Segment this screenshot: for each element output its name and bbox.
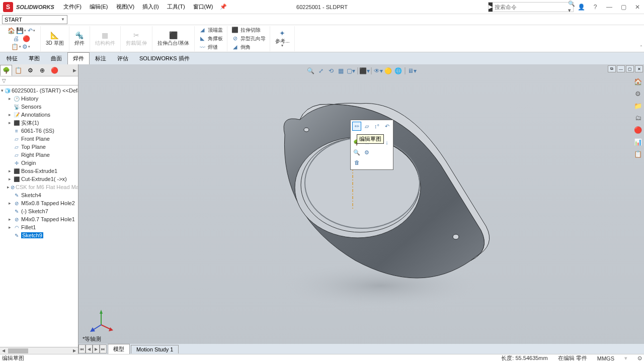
rail-properties-icon[interactable]: 📋 xyxy=(633,149,643,159)
appearance-icon[interactable]: 🟡 xyxy=(384,66,393,75)
menu-tools[interactable]: 工具(T) xyxy=(163,1,189,13)
ctx-undo-icon[interactable]: ↶ xyxy=(382,122,391,131)
vp-close-icon[interactable]: ✕ xyxy=(635,65,643,72)
tree-origin[interactable]: ✛Origin xyxy=(0,159,78,167)
view-orient-icon[interactable]: ▢▾ xyxy=(347,66,356,75)
scene-icon[interactable]: 🌐 xyxy=(394,66,403,75)
extcut-button[interactable]: ⬛拉伸切除 xyxy=(229,26,268,34)
fm-tab-dim[interactable]: ⊕ xyxy=(36,65,48,76)
chamfer-button[interactable]: ◢倒角 xyxy=(229,43,268,51)
weldment-button[interactable]: 🔩 焊件 xyxy=(71,30,88,47)
tree-horizontal-scrollbar[interactable]: ◀ ▶ xyxy=(0,347,78,354)
fm-filter-bar[interactable]: ▽ xyxy=(0,76,78,85)
fm-tab-config[interactable]: ⚙ xyxy=(24,65,36,76)
vp-maximize-icon[interactable]: ▢ xyxy=(626,65,634,72)
menu-edit[interactable]: 编辑(E) xyxy=(86,1,112,13)
section-icon[interactable]: ▦ xyxy=(337,66,346,75)
tree-csk[interactable]: ▸⊘CSK for M6 Flat Head Mac xyxy=(0,183,78,191)
rail-home-icon[interactable]: 🏠 xyxy=(633,76,643,86)
status-custom-icon[interactable]: ⊙ xyxy=(637,355,642,361)
scroll-left-icon[interactable]: ◀ xyxy=(0,348,7,353)
undo-icon[interactable]: ↶▾ xyxy=(27,27,35,35)
fm-tab-tree[interactable]: 🌳 xyxy=(0,65,12,76)
tree-boss-extrude1[interactable]: ▸⬛Boss-Extrude1 xyxy=(0,167,78,175)
print-icon[interactable]: 🖨 xyxy=(12,35,20,43)
tree-sketch4[interactable]: ✎Sketch4 xyxy=(0,191,78,199)
feature-tree[interactable]: ▾🧊60225001- (START) <<Default ▸🕐History … xyxy=(0,85,78,347)
vp-minimize-icon[interactable]: — xyxy=(617,65,625,72)
rail-resources-icon[interactable]: ⚙ xyxy=(633,88,643,99)
tab-evaluate[interactable]: 评估 xyxy=(112,52,134,64)
rebuild-icon[interactable]: 🔴 xyxy=(22,35,30,43)
menu-view[interactable]: 视图(V) xyxy=(112,1,139,13)
new-icon[interactable]: 🏠 xyxy=(7,27,15,35)
ctx-edit-sketch-icon[interactable]: ✏ xyxy=(352,122,361,131)
tree-top-plane[interactable]: ▱Top Plane xyxy=(0,143,78,151)
tree-m4-hole[interactable]: ▸⊘M4x0.7 Tapped Hole1 xyxy=(0,215,78,223)
tab-motion-study[interactable]: Motion Study 1 xyxy=(131,345,179,353)
bt-first-icon[interactable]: ⏮ xyxy=(78,344,86,353)
model-geometry[interactable] xyxy=(229,84,531,316)
tab-weldment[interactable]: 焊件 xyxy=(67,52,90,64)
menu-window[interactable]: 窗口(W) xyxy=(189,1,217,13)
tab-model[interactable]: 模型 xyxy=(108,344,130,354)
login-icon[interactable]: 👤 xyxy=(575,2,588,13)
status-units[interactable]: MMGS xyxy=(597,355,614,361)
scroll-right-icon[interactable]: ▶ xyxy=(71,348,78,353)
tree-root[interactable]: ▾🧊60225001- (START) <<Default xyxy=(0,86,78,95)
trim-button[interactable]: ✂ 剪裁/延伸 xyxy=(123,30,150,47)
fm-tab-prop[interactable]: 📋 xyxy=(12,65,24,76)
config-dropdown[interactable]: START ▼ xyxy=(2,15,67,24)
ctx-normal-to-icon[interactable]: ↕° xyxy=(372,122,381,131)
tree-solid[interactable]: ▸⬛实体(1) xyxy=(0,119,78,127)
tab-sketch[interactable]: 草图 xyxy=(23,52,45,64)
bt-prev-icon[interactable]: ◀ xyxy=(86,344,93,353)
ribbon-collapse-icon[interactable]: ˆ xyxy=(640,45,642,51)
bt-next-icon[interactable]: ▶ xyxy=(93,344,100,353)
sketch3d-button[interactable]: 📐 3D 草图 xyxy=(43,30,67,47)
ctx-delete-icon[interactable]: 🗑 xyxy=(352,158,361,167)
rail-explorer-icon[interactable]: 🗂 xyxy=(633,113,643,123)
tree-front-plane[interactable]: ▱Front Plane xyxy=(0,135,78,143)
tab-annotation[interactable]: 标注 xyxy=(90,52,112,64)
tab-surface[interactable]: 曲面 xyxy=(45,52,67,64)
tree-right-plane[interactable]: ▱Right Plane xyxy=(0,151,78,159)
tab-feature[interactable]: 特征 xyxy=(1,52,23,64)
bt-last-icon[interactable]: ⏭ xyxy=(100,344,107,353)
tree-m5-hole[interactable]: ▸⊘M5x0.8 Tapped Hole2 xyxy=(0,199,78,207)
minimize-button[interactable]: — xyxy=(603,2,616,13)
rail-library-icon[interactable]: 📁 xyxy=(633,101,643,111)
save-icon[interactable]: 💾▾ xyxy=(17,27,25,35)
orientation-triad-icon[interactable] xyxy=(89,309,114,334)
ctx-config-icon[interactable]: ⚙ xyxy=(362,148,371,157)
tree-annotations[interactable]: ▸📝Annotations xyxy=(0,111,78,119)
prev-view-icon[interactable]: ⟲ xyxy=(327,66,336,75)
pin-icon[interactable]: 📌 xyxy=(220,4,227,10)
search-scope-icon[interactable]: ▶ xyxy=(489,3,493,12)
holewiz-button[interactable]: ⊘异型孔向导 xyxy=(229,34,268,43)
endcap-button[interactable]: ◣角撑板 xyxy=(197,34,225,43)
graphics-viewport[interactable]: 🔍 ⤢ ⟲ ▦ ▢▾ ⬛▾ 👁▾ 🟡 🌐 🖥▾ ⧉ — ▢ ✕ 🏠 ⚙ 📁 🗂 … xyxy=(78,64,644,354)
scroll-thumb[interactable] xyxy=(8,348,28,353)
refgeo-button[interactable]: ✦ 参考... ▾ xyxy=(272,28,292,49)
tree-fillet1[interactable]: ▸◠Fillet1 xyxy=(0,223,78,231)
ctx-zoom-icon[interactable]: 🔍 xyxy=(352,148,361,157)
fm-tab-disp[interactable]: 🔴 xyxy=(48,65,60,76)
zoom-area-icon[interactable]: ⤢ xyxy=(316,66,326,75)
view-settings-icon[interactable]: 🖥▾ xyxy=(408,66,417,75)
ctx-sketch-plane-icon[interactable]: ▱ xyxy=(362,122,371,131)
fm-tab-next-icon[interactable]: ▶ xyxy=(71,68,78,73)
vp-restore-icon[interactable]: ⧉ xyxy=(608,65,616,72)
gusset-button[interactable]: ◢顶端盖 xyxy=(197,26,225,34)
struct-button[interactable]: ▦ 结构构件 xyxy=(92,30,118,47)
extrude-button[interactable]: ⬛ 拉伸凸台/基体 xyxy=(154,30,192,47)
options-icon[interactable]: 📋▾ xyxy=(12,43,20,51)
display-style-icon[interactable]: ⬛▾ xyxy=(360,66,369,75)
search-input[interactable] xyxy=(493,4,566,10)
weldbead-button[interactable]: 〰焊缝 xyxy=(197,43,225,51)
menu-file[interactable]: 文件(F) xyxy=(59,1,86,13)
tree-sketch9[interactable]: ✎Sketch9 xyxy=(0,231,78,239)
tab-addins[interactable]: SOLIDWORKS 插件 xyxy=(134,52,195,64)
zoom-fit-icon[interactable]: 🔍 xyxy=(306,66,315,75)
hide-show-icon[interactable]: 👁▾ xyxy=(374,66,383,75)
